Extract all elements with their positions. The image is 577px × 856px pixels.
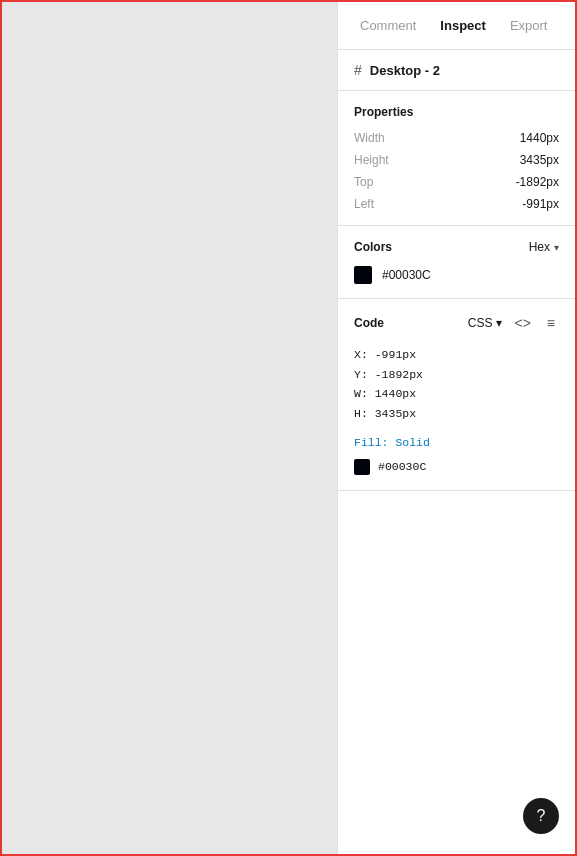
help-button[interactable]: ? xyxy=(523,798,559,834)
color-hex-0: #00030C xyxy=(382,268,431,282)
width-label: Width xyxy=(354,131,385,145)
canvas-area xyxy=(2,2,337,854)
prop-top: Top -1892px xyxy=(354,175,559,189)
tab-inspect[interactable]: Inspect xyxy=(430,12,496,39)
colors-header: Colors Hex ▾ xyxy=(354,240,559,254)
fill-swatch xyxy=(354,459,370,475)
top-label: Top xyxy=(354,175,373,189)
app-layout: Comment Inspect Export # Desktop - 2 Pro… xyxy=(2,2,575,854)
code-line-1: Y: -1892px xyxy=(354,365,559,385)
help-icon: ? xyxy=(537,807,546,825)
frame-header: # Desktop - 2 xyxy=(338,50,575,91)
code-line-0: X: -991px xyxy=(354,345,559,365)
left-value: -991px xyxy=(522,197,559,211)
width-value: 1440px xyxy=(520,131,559,145)
color-swatch-0[interactable] xyxy=(354,266,372,284)
fill-label: Fill: Solid xyxy=(354,436,430,449)
properties-section: Properties Width 1440px Height 3435px To… xyxy=(338,91,575,226)
chevron-down-icon: ▾ xyxy=(554,242,559,253)
code-header-row: Code CSS ▾ <> ≡ xyxy=(354,313,559,333)
tab-comment[interactable]: Comment xyxy=(350,12,426,39)
inspect-panel: Comment Inspect Export # Desktop - 2 Pro… xyxy=(337,2,575,854)
frame-name: Desktop - 2 xyxy=(370,63,440,78)
code-block: X: -991px Y: -1892px W: 1440px H: 3435px… xyxy=(354,345,559,476)
tabs-bar: Comment Inspect Export xyxy=(338,2,575,50)
language-label: CSS xyxy=(468,316,493,330)
height-value: 3435px xyxy=(520,153,559,167)
language-dropdown[interactable]: CSS ▾ xyxy=(468,316,503,330)
panel-wrapper: Comment Inspect Export # Desktop - 2 Pro… xyxy=(337,2,575,854)
properties-title: Properties xyxy=(354,105,559,119)
colors-title: Colors xyxy=(354,240,392,254)
copy-code-icon[interactable]: <> xyxy=(510,313,534,333)
code-line-3: H: 3435px xyxy=(354,404,559,424)
top-value: -1892px xyxy=(516,175,559,189)
fill-color-value: #00030C xyxy=(378,457,426,477)
language-chevron-icon: ▾ xyxy=(496,316,502,330)
fill-row: #00030C xyxy=(354,457,559,477)
height-label: Height xyxy=(354,153,389,167)
hex-format-label: Hex xyxy=(529,240,550,254)
left-label: Left xyxy=(354,197,374,211)
colors-section: Colors Hex ▾ #00030C xyxy=(338,226,575,299)
tab-export[interactable]: Export xyxy=(500,12,558,39)
code-line-2: W: 1440px xyxy=(354,384,559,404)
code-toolbar: CSS ▾ <> ≡ xyxy=(468,313,559,333)
color-row-0: #00030C xyxy=(354,266,559,284)
prop-left: Left -991px xyxy=(354,197,559,211)
hash-icon: # xyxy=(354,62,362,78)
code-title: Code xyxy=(354,316,384,330)
code-section: Code CSS ▾ <> ≡ X: -991px Y: -1892px W: … xyxy=(338,299,575,491)
hex-format-dropdown[interactable]: Hex ▾ xyxy=(529,240,559,254)
list-code-icon[interactable]: ≡ xyxy=(543,313,559,333)
prop-height: Height 3435px xyxy=(354,153,559,167)
prop-width: Width 1440px xyxy=(354,131,559,145)
